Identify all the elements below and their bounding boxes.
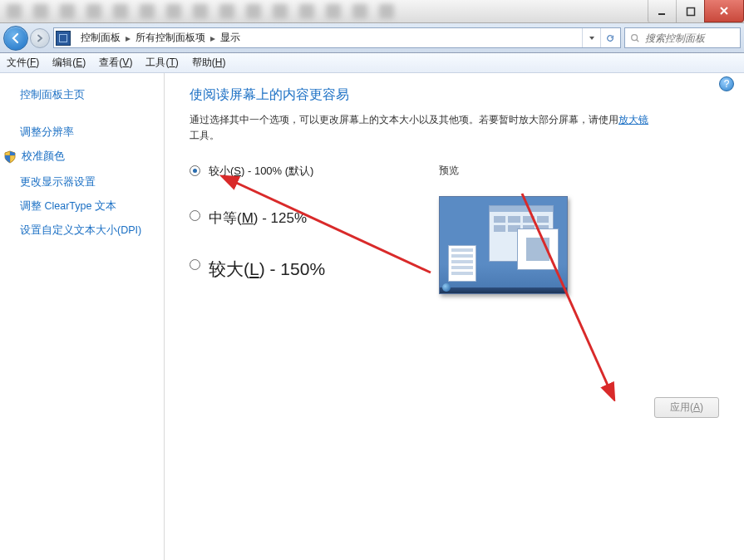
magnifier-link[interactable]: 放大镜 [618, 114, 648, 125]
menu-help[interactable]: 帮助(H) [192, 56, 226, 70]
svg-rect-0 [658, 13, 665, 15]
blurred-title-area [0, 0, 648, 22]
control-panel-icon [56, 31, 71, 46]
content-area: 控制面板主页 调整分辨率 校准颜色 更改显示器设置 调整 ClearType 文… [0, 73, 744, 560]
size-options: 较小(S) - 100% (默认) 中等(M) - 125% 较大(L) - 1… [190, 164, 389, 311]
preview-thumbnail [439, 196, 568, 294]
sidebar-cleartype[interactable]: 调整 ClearType 文本 [20, 199, 154, 214]
menu-view[interactable]: 查看(V) [99, 56, 132, 70]
menu-tools[interactable]: 工具(T) [145, 56, 178, 70]
maximize-button[interactable] [676, 0, 704, 22]
page-heading: 使阅读屏幕上的内容更容易 [190, 86, 719, 104]
sidebar-resolution[interactable]: 调整分辨率 [20, 125, 154, 140]
menu-edit[interactable]: 编辑(E) [52, 56, 86, 70]
radio-icon [190, 259, 200, 270]
main-panel: ? 使阅读屏幕上的内容更容易 通过选择其中一个选项，可以更改屏幕上的文本大小以及… [165, 73, 744, 560]
sidebar-home[interactable]: 控制面板主页 [20, 88, 154, 102]
forward-button[interactable] [30, 28, 50, 48]
menu-file[interactable]: 文件(F) [7, 56, 39, 70]
history-dropdown[interactable] [582, 28, 600, 47]
minimize-button[interactable] [648, 0, 676, 22]
search-icon [630, 32, 640, 44]
sidebar: 控制面板主页 调整分辨率 校准颜色 更改显示器设置 调整 ClearType 文… [0, 73, 165, 560]
radio-icon [190, 165, 200, 176]
search-input[interactable] [645, 32, 735, 44]
preview-column: 预览 [439, 164, 719, 311]
address-box[interactable]: 控制面板▸ 所有控制面板项▸ 显示 [53, 27, 621, 48]
breadcrumb[interactable]: 控制面板▸ 所有控制面板项▸ 显示 [76, 28, 245, 47]
apply-button[interactable]: 应用(A) [654, 397, 719, 418]
option-small[interactable]: 较小(S) - 100% (默认) [190, 164, 389, 179]
page-description: 通过选择其中一个选项，可以更改屏幕上的文本大小以及其他项。若要暂时放大部分屏幕，… [190, 112, 655, 144]
help-icon[interactable]: ? [719, 76, 734, 91]
svg-point-2 [632, 34, 638, 40]
sidebar-calibrate[interactable]: 校准颜色 [22, 150, 65, 164]
search-box[interactable] [624, 27, 741, 48]
crumb-group[interactable]: 所有控制面板项 [135, 31, 205, 45]
back-button[interactable] [3, 26, 28, 51]
option-large[interactable]: 较大(L) - 150% [190, 258, 389, 281]
sidebar-dpi[interactable]: 设置自定义文本大小(DPI) [20, 224, 154, 238]
option-medium[interactable]: 中等(M) - 125% [190, 209, 389, 228]
preview-label: 预览 [439, 164, 719, 178]
svg-rect-1 [687, 7, 694, 15]
window-title-bar [0, 0, 744, 23]
radio-icon [190, 210, 200, 221]
refresh-button[interactable] [600, 28, 618, 47]
sidebar-display-settings[interactable]: 更改显示器设置 [20, 175, 154, 189]
close-button[interactable] [704, 0, 744, 22]
shield-icon [3, 150, 17, 164]
crumb-current[interactable]: 显示 [220, 31, 240, 45]
crumb-root[interactable]: 控制面板 [81, 31, 121, 45]
menu-bar: 文件(F) 编辑(E) 查看(V) 工具(T) 帮助(H) [0, 53, 744, 73]
address-bar: 控制面板▸ 所有控制面板项▸ 显示 [0, 23, 744, 53]
